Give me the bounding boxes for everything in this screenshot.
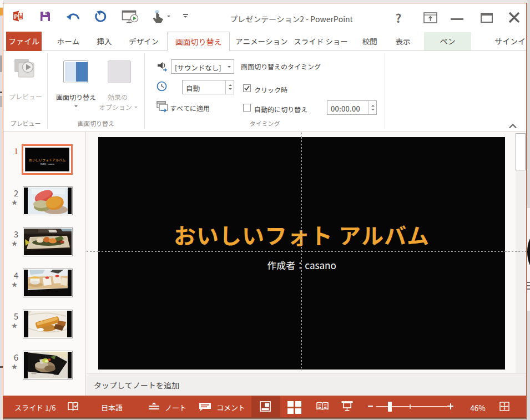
effect-options-button[interactable] [108,60,131,83]
minimize-button[interactable] [451,18,463,20]
window-title: プレゼンテーション2 - PowerPoint [183,13,400,24]
reading-view-button[interactable] [316,402,329,411]
slide-4-number: 4 [11,269,18,281]
window-bottom-border [3,417,526,419]
duration-spin-buttons[interactable] [225,80,234,94]
tab-insert[interactable]: 挿入 [90,32,118,51]
slide-4-photo-desserts [24,270,72,296]
touch-mode-dropdown-arrow[interactable] [167,16,170,17]
advance-after-time-spinner[interactable]: 00:00.00 [327,100,377,115]
tab-file[interactable]: ファイル [6,32,42,51]
preview-button-icon[interactable] [14,58,37,79]
slide-5-photo-fried-dish [24,311,72,337]
zoom-in-button-bar[interactable] [450,403,451,409]
slide-2-thumbnail[interactable] [23,186,73,215]
sound-icon [157,61,168,72]
zoom-out-button[interactable] [368,406,373,407]
tab-slideshow[interactable]: スライド ショー [291,32,351,51]
comments-status-icon[interactable] [199,402,211,412]
horizontal-guide [98,251,505,252]
close-button[interactable] [508,11,521,24]
slide-6-thumbnail[interactable] [23,351,73,379]
tab-home[interactable]: ホーム [53,32,83,51]
sign-in-link[interactable]: サインイン [494,32,526,51]
tab-review[interactable]: 校閲 [355,32,384,51]
transition-group-label: 画面切り替え [48,119,144,128]
slide-5-number: 5 [11,310,18,322]
background-mark [527,285,530,286]
transition-timing-caption: 画面切り替えのタイミング [241,62,352,71]
help-button[interactable]: ? [391,9,406,25]
advance-after-checkbox[interactable] [243,104,251,112]
notes-toggle-label[interactable]: ノート [165,402,186,413]
save-button[interactable] [39,11,51,22]
group-separator [385,53,385,129]
slide-counter[interactable]: スライド 1/6 [14,402,55,413]
background-mark [0,96,2,107]
effect-options-label-line2[interactable]: オプション [98,102,133,112]
language-indicator[interactable]: 日本語 [101,402,123,413]
comments-toggle-label[interactable]: コメント [216,402,245,413]
transition-sound-dropdown[interactable]: [サウンドなし] [171,59,234,74]
slide-3-number: 3 [11,228,18,240]
notes-status-icon[interactable] [148,402,160,411]
undo-button[interactable] [66,12,82,22]
zoom-slider-thumb[interactable] [388,402,392,412]
slide-5-transition-star[interactable]: ★ [11,321,18,330]
transition-gallery-dropdown-arrow[interactable] [74,105,78,107]
proofing-status-icon[interactable] [67,402,80,412]
slide-4-thumbnail[interactable] [23,269,73,297]
slide-1-thumbnail[interactable]: おいしいフォトアルバム 作成者：casano [25,148,69,171]
notes-placeholder[interactable]: タップしてノートを追加 [94,379,179,391]
apply-to-all-button[interactable]: すべてに適用 [170,103,210,113]
slide-2-photo-macarons [24,188,72,214]
transition-gallery-button[interactable] [63,60,88,83]
touch-mouse-mode-button[interactable] [151,9,165,24]
redo-button[interactable] [94,11,107,23]
preview-button-label[interactable]: プレビュー [8,92,43,101]
sound-dropdown-arrow [228,66,231,68]
maximize-button[interactable] [481,13,493,23]
transition-sound-value: [サウンドなし] [175,62,221,73]
collapse-ribbon-button[interactable] [508,123,518,129]
tab-view[interactable]: 表示 [388,32,417,51]
advance-after-spin-buttons[interactable] [368,101,376,114]
effect-options-dropdown-arrow [134,107,138,108]
slide-6-transition-star[interactable]: ★ [11,362,18,371]
background-mark [527,282,530,283]
tab-animations[interactable]: アニメーション [235,32,284,51]
horizontal-guide [505,251,526,252]
horizontal-guide [87,251,98,252]
advance-after-time-value: 00:00.00 [331,103,360,114]
background-mark [527,289,530,290]
tab-design[interactable]: デザイン [125,32,162,51]
tab-pen[interactable]: ペン [424,32,471,50]
on-click-label[interactable]: クリック時 [254,85,287,94]
slide-4-transition-star[interactable]: ★ [11,280,18,289]
zoom-slider-center-tick [410,404,411,409]
on-click-checkbox[interactable] [243,84,251,92]
slide-2-transition-star[interactable]: ★ [11,198,18,206]
zoom-percentage[interactable]: 46% [468,402,487,413]
fit-slide-to-window-button[interactable] [499,402,509,411]
apply-to-all-icon [157,101,169,113]
tab-transitions-selected[interactable]: 画面切り替え [167,32,230,51]
slide-2-number: 2 [11,187,18,199]
slide-3-thumbnail[interactable] [23,227,73,256]
zoom-slider-track[interactable] [376,406,447,407]
ribbon-display-options-button[interactable] [423,12,437,23]
transition-gallery-icon-dark [76,62,88,82]
transition-gallery-label[interactable]: 画面切り替え [51,92,101,102]
slideshow-view-button[interactable] [341,401,354,411]
powerpoint-logo-icon: P [12,10,24,22]
slide-5-thumbnail[interactable] [23,310,73,338]
slide-6-photo-grilled-fish [24,352,72,378]
vertical-scrollbar-thumb[interactable] [516,133,526,170]
effect-options-label-line1[interactable]: 効果の [100,92,135,102]
advance-after-label[interactable]: 自動的に切り替え [254,104,307,114]
background-mark [0,55,2,72]
start-slideshow-button[interactable] [122,10,139,24]
slide-sorter-view-button[interactable] [287,401,301,414]
duration-spinner[interactable]: 自動 [182,80,234,94]
slide-3-transition-star[interactable]: ★ [11,239,18,247]
